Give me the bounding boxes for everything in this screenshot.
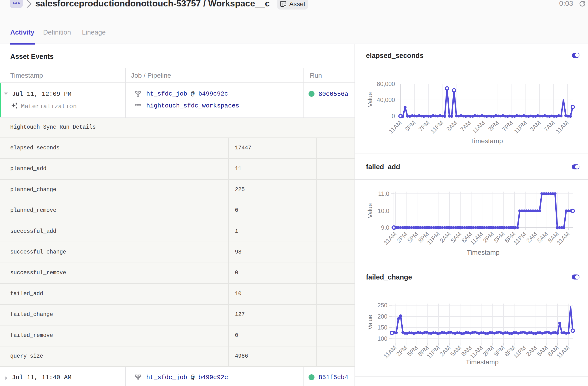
svg-text:0: 0 bbox=[392, 113, 395, 119]
svg-text:5AM: 5AM bbox=[536, 231, 549, 244]
svg-text:11PM: 11PM bbox=[429, 119, 444, 135]
svg-text:150: 150 bbox=[378, 324, 387, 331]
svg-text:11AM: 11AM bbox=[382, 344, 398, 360]
svg-text:2PM: 2PM bbox=[395, 344, 408, 358]
svg-text:Value: Value bbox=[367, 203, 373, 218]
svg-text:3AM: 3AM bbox=[528, 119, 542, 133]
svg-text:Timestamp: Timestamp bbox=[466, 358, 498, 366]
svg-text:10.0: 10.0 bbox=[378, 208, 389, 214]
svg-text:2AM: 2AM bbox=[438, 344, 451, 358]
svg-text:11AM: 11AM bbox=[469, 344, 484, 360]
svg-text:5AM: 5AM bbox=[449, 231, 463, 244]
svg-text:Value: Value bbox=[367, 315, 373, 329]
svg-text:11AM: 11AM bbox=[471, 119, 486, 135]
svg-text:7PM: 7PM bbox=[417, 119, 431, 133]
svg-text:40,000: 40,000 bbox=[377, 96, 395, 103]
svg-text:2PM: 2PM bbox=[482, 344, 495, 358]
svg-text:11PM: 11PM bbox=[512, 119, 528, 135]
svg-text:11AM: 11AM bbox=[554, 119, 570, 135]
svg-text:80,000: 80,000 bbox=[377, 81, 395, 87]
svg-text:11AM: 11AM bbox=[469, 231, 484, 246]
svg-text:11AM: 11AM bbox=[555, 344, 571, 360]
svg-text:Value: Value bbox=[367, 92, 373, 107]
svg-text:2PM: 2PM bbox=[482, 231, 495, 244]
svg-text:11PM: 11PM bbox=[512, 231, 528, 246]
svg-text:11PM: 11PM bbox=[425, 231, 441, 246]
svg-text:5PM: 5PM bbox=[406, 231, 419, 244]
svg-text:Timestamp: Timestamp bbox=[470, 137, 503, 145]
svg-text:Timestamp: Timestamp bbox=[467, 249, 499, 256]
svg-text:11AM: 11AM bbox=[387, 119, 403, 135]
svg-text:5PM: 5PM bbox=[492, 344, 505, 358]
svg-text:5PM: 5PM bbox=[492, 231, 506, 244]
svg-text:5PM: 5PM bbox=[406, 344, 419, 358]
svg-text:9.0: 9.0 bbox=[381, 224, 389, 231]
svg-text:7AM: 7AM bbox=[543, 119, 556, 133]
svg-text:11PM: 11PM bbox=[425, 344, 441, 360]
svg-text:11AM: 11AM bbox=[555, 231, 571, 246]
svg-text:3PM: 3PM bbox=[487, 119, 500, 133]
svg-text:2AM: 2AM bbox=[525, 344, 538, 358]
svg-text:7PM: 7PM bbox=[501, 119, 514, 133]
svg-text:2AM: 2AM bbox=[525, 231, 538, 244]
svg-text:2AM: 2AM bbox=[438, 231, 452, 244]
svg-text:11.0: 11.0 bbox=[378, 190, 389, 197]
svg-text:7AM: 7AM bbox=[459, 119, 472, 133]
svg-text:100: 100 bbox=[378, 335, 387, 342]
svg-text:3AM: 3AM bbox=[445, 119, 458, 133]
svg-text:5AM: 5AM bbox=[449, 344, 462, 358]
svg-text:2PM: 2PM bbox=[395, 231, 409, 244]
svg-text:11AM: 11AM bbox=[382, 231, 398, 246]
svg-text:3PM: 3PM bbox=[403, 119, 417, 133]
svg-text:11PM: 11PM bbox=[512, 344, 527, 360]
svg-text:5AM: 5AM bbox=[536, 344, 549, 358]
svg-text:200: 200 bbox=[378, 313, 387, 320]
svg-text:250: 250 bbox=[378, 302, 387, 309]
